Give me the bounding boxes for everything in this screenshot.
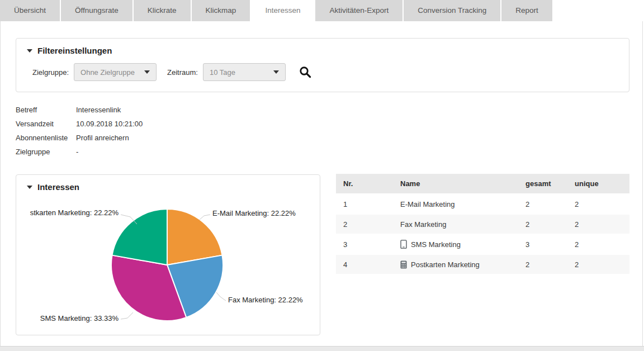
cell-unique: 2	[575, 260, 629, 269]
magnifier-icon	[299, 65, 312, 79]
interessen-panel-header[interactable]: Interessen	[16, 175, 320, 192]
caret-down-icon	[27, 49, 32, 53]
tab-klickmap[interactable]: Klickmap	[192, 0, 250, 21]
interests-pie-chart: E-Mail Marketing: 22.22%Fax Marketing: 2…	[16, 197, 320, 335]
detail-label: Abonnentenliste	[16, 134, 76, 142]
tab-bar: ÜbersichtÖffnungsrateKlickrateKlickmapIn…	[0, 0, 644, 21]
col-header-unique: unique	[575, 179, 629, 188]
zeitraum-dropdown-value: 10 Tage	[210, 68, 235, 77]
cell-name: SMS Marketing	[411, 240, 461, 249]
zeitraum-dropdown[interactable]: 10 Tage	[203, 63, 286, 81]
interessen-panel: Interessen E-Mail Marketing: 22.22%Fax M…	[16, 174, 320, 335]
zielgruppe-dropdown[interactable]: Ohne Zielgruppe	[74, 63, 157, 81]
table-row: 2 Fax Marketing 2 2	[336, 214, 629, 234]
filter-panel-title: Filtereinstellungen	[37, 46, 112, 55]
col-header-gesamt: gesamt	[525, 179, 575, 188]
detail-row: Zielgruppe -	[16, 145, 143, 159]
mailing-details: Betreff Interessenlink Versandzeit 10.09…	[16, 103, 143, 159]
pie-label-leader-line	[121, 312, 133, 319]
zielgruppe-label: Zielgruppe:	[32, 68, 69, 77]
pie-label-leader-line	[200, 215, 210, 220]
table-row: 3 SMS Marketing 3 2	[336, 234, 629, 254]
tab-interessen[interactable]: Interessen	[251, 0, 314, 21]
pie-slice-postkarten-marketing[interactable]	[112, 209, 167, 265]
cell-nr: 3	[336, 240, 400, 249]
detail-value: 10.09.2018 10:21:00	[76, 120, 143, 128]
pie-slice-label: E-Mail Marketing: 22.22%	[212, 209, 296, 217]
pie-slice-label: stkarten Marketing: 22.22%	[30, 208, 119, 217]
tab-report[interactable]: Report	[501, 0, 552, 21]
cell-name: Postkarten Marketing	[411, 260, 480, 269]
detail-label: Versandzeit	[16, 120, 76, 128]
cell-gesamt: 3	[525, 240, 575, 249]
col-header-nr: Nr.	[336, 179, 400, 188]
table-row: 4 Postkarten Marketing 2 2	[336, 254, 629, 274]
cell-gesamt: 2	[525, 260, 575, 269]
chevron-down-icon	[144, 70, 150, 74]
tab-aktivitäten-export[interactable]: Aktivitäten-Export	[315, 0, 402, 21]
detail-value: Profil anreichern	[76, 134, 129, 142]
interessen-panel-title: Interessen	[37, 182, 79, 192]
chevron-down-icon	[273, 70, 279, 74]
cell-unique: 2	[575, 220, 629, 229]
cell-unique: 2	[575, 200, 629, 208]
detail-row: Betreff Interessenlink	[16, 103, 143, 117]
tab-conversion-tracking[interactable]: Conversion Tracking	[404, 0, 500, 21]
filter-panel: Filtereinstellungen Zielgruppe: Ohne Zie…	[16, 38, 629, 92]
detail-row: Abonnentenliste Profil anreichern	[16, 131, 143, 145]
interests-table: Nr. Name gesamt unique 1 E-Mail Marketin…	[336, 174, 629, 274]
filter-panel-header[interactable]: Filtereinstellungen	[16, 39, 629, 55]
cell-gesamt: 2	[525, 200, 575, 208]
detail-label: Zielgruppe	[16, 148, 76, 156]
table-row: 1 E-Mail Marketing 2 2	[336, 193, 629, 214]
zielgruppe-dropdown-value: Ohne Zielgruppe	[80, 68, 135, 77]
cell-nr: 4	[336, 260, 400, 269]
pie-slice-label: SMS Marketing: 33.33%	[40, 314, 119, 322]
detail-value: -	[76, 148, 78, 156]
col-header-name: Name	[400, 179, 525, 188]
caret-down-icon	[27, 186, 32, 189]
content-area: Filtereinstellungen Zielgruppe: Ohne Zie…	[0, 21, 643, 346]
cell-gesamt: 2	[525, 220, 575, 229]
smartphone-icon	[400, 240, 407, 249]
cell-unique: 2	[575, 240, 629, 249]
detail-row: Versandzeit 10.09.2018 10:21:00	[16, 117, 143, 131]
pie-slice-label: Fax Marketing: 22.22%	[228, 296, 303, 304]
tab-klickrate[interactable]: Klickrate	[134, 0, 191, 21]
cell-nr: 1	[336, 200, 400, 208]
pie-label-leader-line	[216, 292, 226, 301]
zeitraum-label: Zeitraum:	[167, 68, 198, 77]
postkarten-icon	[400, 260, 407, 269]
cell-name: Fax Marketing	[400, 220, 446, 229]
bottom-strip	[0, 346, 644, 351]
cell-name: E-Mail Marketing	[400, 200, 455, 208]
search-button[interactable]	[299, 65, 312, 79]
cell-nr: 2	[336, 220, 400, 229]
filter-controls: Zielgruppe: Ohne Zielgruppe Zeitraum: 10…	[32, 63, 312, 81]
detail-label: Betreff	[16, 106, 76, 114]
tab-öffnungsrate[interactable]: Öffnungsrate	[61, 0, 132, 21]
table-header-row: Nr. Name gesamt unique	[336, 174, 629, 193]
tab-übersicht[interactable]: Übersicht	[0, 0, 60, 21]
detail-value: Interessenlink	[76, 106, 121, 114]
